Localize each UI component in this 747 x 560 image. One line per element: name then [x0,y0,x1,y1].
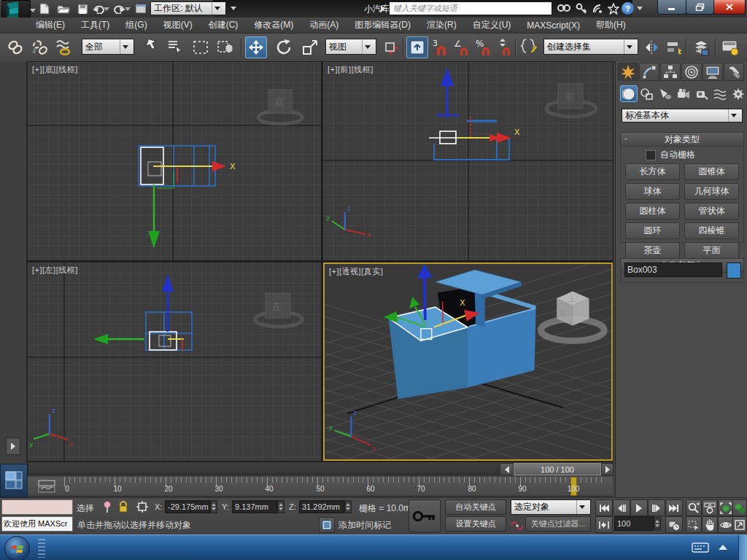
key-filter-curve-icon[interactable] [511,517,524,530]
object-button-tube[interactable]: 管状体 [684,203,739,219]
selection-filter-combo[interactable]: 全部 [82,39,134,55]
auto-key-button[interactable]: 自动关键点 [445,499,506,515]
input-method-icon[interactable] [692,541,709,554]
menu-group[interactable]: 组(G) [117,17,155,34]
zoom-region-icon[interactable] [686,516,702,533]
show-hidden-icons-arrow[interactable] [719,545,727,550]
frame-spinner[interactable] [654,517,661,530]
selection-lock-icon[interactable] [117,500,129,513]
object-button-plane[interactable]: 平面 [684,242,739,259]
add-time-tag[interactable]: 添加时间标记 [338,519,391,532]
z-coord-spinner[interactable] [344,500,352,513]
workspace-combo[interactable]: 工作区: 默认 [150,1,226,15]
isolate-selection-icon[interactable] [101,500,113,513]
zoom-icon[interactable] [686,499,702,516]
viewport-bottom-label[interactable]: [+][底][线框] [32,64,78,75]
y-coord-spinner[interactable] [277,500,285,513]
subtab-systems[interactable] [729,85,747,102]
set-keys-button[interactable] [409,499,441,532]
mirror-icon[interactable] [642,36,664,58]
go-to-end-button[interactable] [665,499,683,516]
object-button-box[interactable]: 长方体 [625,163,680,180]
tab-create[interactable] [618,63,638,81]
viewport-left[interactable]: [+][左][线框] 左 [28,262,321,461]
rectangular-selection-region-icon[interactable] [190,36,212,58]
previous-frame-button[interactable] [613,499,630,516]
y-coord-field[interactable]: 9.137mm [232,500,277,513]
new-file-button[interactable] [36,1,53,16]
unlink-selection-icon[interactable] [29,36,51,58]
open-mini-curve-editor-button[interactable] [38,479,57,494]
object-color-swatch[interactable] [727,262,741,279]
close-button[interactable] [713,0,746,15]
select-by-name-icon[interactable] [165,36,187,58]
z-coord-field[interactable]: 31.292mm [299,500,344,513]
viewport-perspective-label[interactable]: [+][透视][真实] [329,266,383,277]
snaps-toggle-3d-icon[interactable]: 3 [430,36,452,58]
key-scope-combo[interactable]: 选定对象 [511,499,591,515]
open-file-button[interactable] [55,1,71,16]
angle-snap-icon[interactable]: ∠ [452,36,473,58]
edit-named-selection-sets-icon[interactable] [519,36,541,58]
next-frame-button[interactable] [648,499,665,516]
time-slider-handle[interactable]: 100 / 100 [514,463,601,475]
start-button[interactable] [4,536,30,560]
search-icon[interactable] [556,1,572,16]
maxscript-listener[interactable]: 欢迎使用 MAXScr [1,516,73,532]
subtab-lights[interactable] [657,85,674,102]
workspace-icon[interactable] [133,1,149,16]
tab-motion[interactable] [681,63,702,81]
object-button-cylinder[interactable]: 圆柱体 [625,203,680,219]
maximize-viewport-toggle[interactable] [732,516,747,533]
object-button-cone[interactable]: 圆锥体 [684,163,739,180]
zoom-extents-all-icon[interactable] [732,499,747,516]
menu-edit[interactable]: 编辑(E) [28,17,73,34]
tab-hierarchy[interactable] [660,63,681,81]
reference-coordinate-combo[interactable]: 视图 [325,39,376,55]
menu-customize[interactable]: 自定义(U) [465,17,519,34]
pan-hand-icon[interactable] [702,516,718,533]
undo-flyout-arrow[interactable] [104,7,109,11]
absolute-mode-transform-icon[interactable] [136,500,149,513]
set-key-button[interactable]: 设置关键点 [445,516,506,532]
autogrid-checkbox[interactable] [646,150,656,160]
keyboard-shortcut-override-icon[interactable] [406,36,428,58]
restore-button[interactable] [686,0,714,15]
percent-snap-icon[interactable]: % [473,36,495,58]
spinner-snap-icon[interactable] [494,36,516,58]
x-coord-spinner[interactable] [210,500,217,513]
subtab-geometry[interactable] [620,85,638,102]
menu-animation[interactable]: 动画(A) [301,17,347,34]
select-and-move-icon[interactable] [245,36,267,58]
object-button-torus[interactable]: 圆环 [625,222,680,239]
save-file-button[interactable] [74,1,90,16]
menu-rendering[interactable]: 渲染(R) [419,17,465,34]
expand-toolbar-button[interactable] [6,438,20,455]
maxscript-macro-recorder[interactable] [1,499,73,515]
tab-display[interactable] [703,63,723,81]
search-expand-arrow[interactable] [381,5,385,12]
time-slider-next-button[interactable] [601,463,614,475]
key-filters-button[interactable]: 关键点过滤器... [525,516,591,532]
menu-views[interactable]: 视图(V) [155,17,201,34]
menu-tools[interactable]: 工具(T) [73,17,117,34]
favorites-star-icon[interactable] [605,1,622,16]
communication-key-icon[interactable] [573,1,589,16]
object-button-pyramid[interactable]: 四棱锥 [684,222,739,239]
menu-help[interactable]: 帮助(H) [588,17,634,34]
subtab-helpers[interactable] [693,85,711,102]
viewport-perspective[interactable]: [+][透视][真实] [323,262,613,461]
subtab-space-warps[interactable] [711,85,729,102]
isolate-viewport-icon[interactable] [319,517,335,533]
menu-modifiers[interactable]: 修改器(M) [246,17,301,34]
zoom-all-icon[interactable] [702,499,718,516]
primitive-category-combo[interactable]: 标准基本体 [622,109,743,122]
quick-access-overflow-arrow[interactable] [231,7,236,10]
object-name-input[interactable]: Box003 [624,262,722,277]
x-coord-field[interactable]: -29.175mm [165,500,210,513]
rendered-frame-window-icon[interactable] [719,36,741,58]
search-input[interactable]: 键入关键字或短语 [389,1,552,15]
select-and-scale-icon[interactable] [299,36,321,58]
key-mode-toggle[interactable] [595,516,613,533]
minimize-button[interactable] [657,0,686,15]
